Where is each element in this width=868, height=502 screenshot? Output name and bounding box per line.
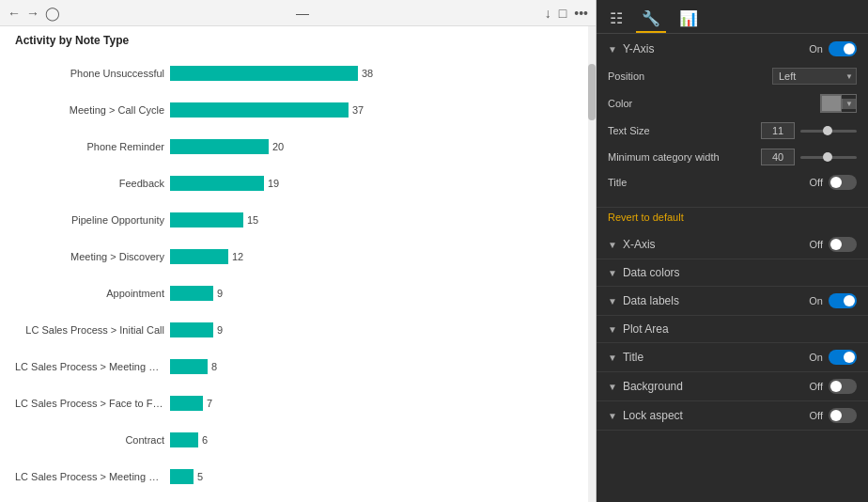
bar-visual	[170, 249, 228, 264]
min-cat-width-row: Minimum category width	[608, 149, 857, 165]
plot-area-left: ▼ Plot Area	[608, 322, 669, 336]
bar-value: 15	[247, 214, 258, 226]
title-toggle-control: Off	[810, 175, 857, 190]
x-axis-left: ▼ X-Axis	[608, 238, 656, 251]
bar-label: Feedback	[15, 178, 170, 189]
bar-label: Appointment	[15, 288, 170, 299]
x-axis-section[interactable]: ▼ X-Axis Off	[597, 230, 868, 259]
data-labels-toggle[interactable]	[829, 293, 857, 308]
bar-value: 7	[207, 398, 212, 409]
plot-area-chevron: ▼	[608, 324, 617, 335]
color-picker[interactable]: ▼	[820, 94, 857, 113]
expand-icon[interactable]: □	[559, 6, 566, 21]
bar-container: 6	[170, 432, 581, 447]
bar-container: 19	[170, 176, 581, 191]
color-control: ▼	[820, 94, 857, 113]
bar-row: LC Sales Process > Initial Call9	[15, 317, 581, 343]
data-labels-toggle-right: On	[809, 293, 857, 308]
data-labels-label: Data labels	[623, 294, 679, 307]
data-labels-left: ▼ Data labels	[608, 294, 679, 307]
bar-container: 9	[170, 322, 581, 337]
title-toggle[interactable]	[829, 175, 857, 190]
text-size-input[interactable]	[761, 122, 795, 139]
x-axis-toggle[interactable]	[829, 237, 857, 252]
tab-format[interactable]: 🔧	[636, 6, 666, 33]
data-colors-label: Data colors	[623, 266, 680, 279]
back-icon[interactable]: ←	[8, 6, 21, 21]
bar-value: 8	[211, 361, 217, 372]
lock-aspect-toggle-right: Off	[810, 408, 857, 423]
y-axis-section: ▼ Y-Axis On Position Left Right ▼	[597, 34, 868, 208]
chart-area: Phone Unsuccessful38Meeting > Call Cycle…	[0, 51, 596, 502]
bar-container: 7	[170, 396, 581, 411]
forward-icon[interactable]: →	[26, 6, 39, 21]
bar-value: 37	[352, 104, 364, 116]
position-select[interactable]: Left Right	[772, 68, 857, 85]
bar-visual	[170, 322, 213, 337]
plot-area-label: Plot Area	[623, 322, 669, 336]
min-cat-width-slider-thumb[interactable]	[823, 152, 832, 162]
x-axis-toggle-right: Off	[810, 237, 857, 252]
bar-row: Pipeline Opportunity15	[15, 207, 581, 233]
text-size-control	[761, 122, 857, 139]
background-label: Background	[623, 380, 683, 393]
bar-value: 9	[217, 288, 223, 299]
bar-row: Contract6	[15, 427, 581, 453]
lock-aspect-toggle[interactable]	[829, 408, 857, 423]
lock-aspect-section[interactable]: ▼ Lock aspect Off	[597, 401, 868, 431]
bar-label: LC Sales Process > Initial Call	[15, 324, 170, 336]
refresh-icon[interactable]: ◯	[45, 6, 60, 21]
bar-row: Meeting > Call Cycle37	[15, 97, 581, 123]
data-labels-chevron: ▼	[608, 296, 617, 306]
scrollbar-thumb[interactable]	[588, 64, 596, 120]
title-prop-label: Title	[608, 177, 627, 188]
min-cat-width-label: Minimum category width	[608, 151, 720, 163]
y-axis-content: Position Left Right ▼ Color	[597, 64, 868, 207]
x-axis-chevron: ▼	[608, 240, 617, 250]
background-section[interactable]: ▼ Background Off	[597, 372, 868, 401]
bar-container: 20	[170, 139, 581, 154]
title-section-toggle[interactable]	[829, 350, 857, 365]
bar-visual	[170, 469, 194, 484]
title-section[interactable]: ▼ Title On	[597, 343, 868, 372]
background-left: ▼ Background	[608, 380, 683, 393]
min-cat-width-slider[interactable]	[800, 156, 857, 159]
bar-label: LC Sales Process > Face to Face…	[15, 398, 170, 409]
download-icon[interactable]: ↓	[545, 6, 551, 21]
bar-label: Meeting > Call Cycle	[15, 104, 170, 116]
title-row: Title Off	[608, 175, 857, 190]
min-cat-width-control	[761, 149, 857, 165]
y-axis-header[interactable]: ▼ Y-Axis On	[597, 34, 868, 64]
y-axis-toggle[interactable]	[829, 41, 857, 56]
tab-analytics[interactable]: 📊	[674, 6, 704, 33]
bar-container: 8	[170, 359, 581, 374]
lock-aspect-left: ▼ Lock aspect	[608, 409, 683, 422]
background-toggle-label: Off	[810, 381, 823, 392]
drag-handle-icon: ―	[296, 6, 309, 21]
scrollbar[interactable]	[588, 26, 596, 502]
tab-fields[interactable]: ☷	[604, 6, 628, 33]
data-colors-section[interactable]: ▼ Data colors	[597, 259, 868, 287]
revert-link[interactable]: Revert to default	[597, 208, 868, 230]
plot-area-section[interactable]: ▼ Plot Area	[597, 316, 868, 343]
text-size-slider[interactable]	[800, 130, 857, 133]
data-colors-chevron: ▼	[608, 268, 617, 278]
bar-container: 38	[170, 66, 581, 81]
background-toggle[interactable]	[829, 379, 857, 394]
bar-visual	[170, 212, 243, 227]
title-section-toggle-right: On	[809, 350, 857, 365]
bar-label: LC Sales Process > Meeting No…	[15, 471, 170, 482]
chart-title: Activity by Note Type	[0, 26, 596, 51]
bar-visual	[170, 176, 264, 191]
data-colors-left: ▼ Data colors	[608, 266, 680, 279]
lock-aspect-label: Lock aspect	[623, 409, 683, 422]
bar-value: 38	[362, 68, 373, 79]
min-cat-width-input[interactable]	[761, 149, 795, 165]
more-options-icon[interactable]: •••	[574, 6, 588, 21]
text-size-slider-thumb[interactable]	[823, 126, 832, 135]
x-axis-label: X-Axis	[623, 238, 656, 251]
bar-container: 5	[170, 469, 581, 484]
title-section-toggle-label: On	[809, 352, 823, 363]
data-labels-section[interactable]: ▼ Data labels On	[597, 287, 868, 316]
bar-row: Appointment9	[15, 280, 581, 306]
